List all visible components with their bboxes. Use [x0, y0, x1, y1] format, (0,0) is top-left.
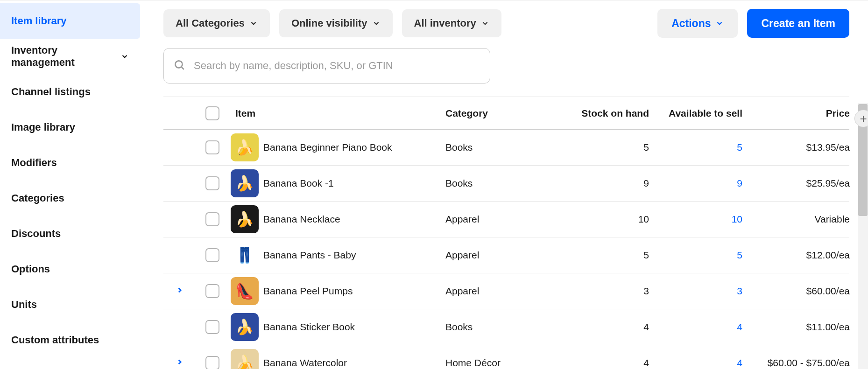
row-checkbox[interactable] [205, 248, 219, 262]
filter-label: All Categories [176, 17, 245, 29]
sidebar-item-discounts[interactable]: Discounts [0, 216, 140, 251]
stock-on-hand: 3 [565, 285, 658, 297]
row-checkbox[interactable] [205, 320, 219, 334]
sidebar-item-label: Discounts [11, 228, 61, 240]
search-input[interactable] [194, 60, 480, 72]
item-name: Banana Peel Pumps [261, 285, 444, 297]
chevron-down-icon [249, 19, 258, 28]
table-row[interactable]: 🍌Banana Beginner Piano BookBooks55$13.95… [163, 130, 849, 166]
available-to-sell[interactable]: 5 [658, 142, 752, 153]
item-price: Variable [752, 214, 854, 225]
item-thumbnail: 👖 [231, 241, 259, 269]
row-checkbox[interactable] [205, 140, 219, 154]
item-price: $60.00/ea [752, 285, 854, 297]
chevron-down-icon [715, 19, 724, 28]
item-category: Books [444, 142, 565, 153]
available-to-sell[interactable]: 4 [658, 321, 752, 333]
table-header-row: Item Category Stock on hand Available to… [163, 97, 849, 130]
stock-on-hand: 4 [565, 321, 658, 333]
search-icon [173, 59, 185, 73]
item-price: $60.00 - $75.00/ea [752, 357, 854, 369]
sidebar-item-custom-attributes[interactable]: Custom attributes [0, 322, 140, 358]
row-checkbox[interactable] [205, 356, 219, 369]
stock-on-hand: 9 [565, 178, 658, 189]
sidebar-item-label: Modifiers [11, 157, 57, 169]
sidebar-item-label: Inventory management [11, 44, 120, 69]
sidebar-item-units[interactable]: Units [0, 287, 140, 322]
item-price: $25.95/ea [752, 178, 854, 189]
chevron-down-icon [372, 19, 381, 28]
table-row[interactable]: 🍌Banana Sticker BookBooks44$11.00/ea [163, 309, 849, 345]
create-item-button[interactable]: Create an Item [747, 9, 849, 38]
table-row[interactable]: 🍌Banana WatercolorHome Décor44$60.00 - $… [163, 345, 849, 369]
table-row[interactable]: 🍌Banana NecklaceApparel1010Variable [163, 202, 849, 237]
item-name: Banana Necklace [261, 214, 444, 225]
chevron-down-icon [481, 19, 489, 28]
available-to-sell[interactable]: 4 [658, 357, 752, 369]
search-box[interactable] [163, 48, 490, 84]
sidebar-item-modifiers[interactable]: Modifiers [0, 145, 140, 181]
table-row[interactable]: 👠Banana Peel PumpsApparel33$60.00/ea [163, 273, 849, 309]
filter-visibility[interactable]: Online visibility [279, 9, 393, 37]
sidebar-item-label: Units [11, 299, 37, 311]
col-price[interactable]: Price [752, 108, 854, 119]
row-checkbox[interactable] [205, 176, 219, 190]
filter-inventory[interactable]: All inventory [402, 9, 501, 37]
actions-label: Actions [671, 17, 711, 30]
row-checkbox[interactable] [205, 284, 219, 298]
item-category: Apparel [444, 285, 565, 297]
item-category: Books [444, 178, 565, 189]
item-thumbnail: 🍌 [231, 205, 259, 233]
sidebar-item-categories[interactable]: Categories [0, 181, 140, 216]
col-available[interactable]: Available to sell [658, 108, 752, 119]
item-category: Books [444, 321, 565, 333]
plus-icon: + [860, 111, 867, 126]
expand-row-button[interactable] [176, 357, 184, 369]
col-category[interactable]: Category [444, 108, 565, 119]
row-checkbox[interactable] [205, 212, 219, 226]
item-thumbnail: 👠 [231, 277, 259, 305]
sidebar-item-label: Item library [11, 15, 67, 27]
available-to-sell[interactable]: 9 [658, 178, 752, 189]
item-price: $11.00/ea [752, 321, 854, 333]
expand-row-button[interactable] [176, 285, 184, 297]
table-row[interactable]: 🍌Banana Book -1Books99$25.95/ea [163, 166, 849, 202]
sidebar-item-inventory-management[interactable]: Inventory management [0, 39, 140, 74]
available-to-sell[interactable]: 3 [658, 285, 752, 297]
stock-on-hand: 5 [565, 250, 658, 261]
item-category: Apparel [444, 214, 565, 225]
sidebar-item-options[interactable]: Options [0, 251, 140, 287]
filter-label: Online visibility [291, 17, 367, 29]
item-name: Banana Book -1 [261, 178, 444, 189]
stock-on-hand: 10 [565, 214, 658, 225]
sidebar-item-settings[interactable]: Settings [0, 358, 140, 369]
sidebar-item-image-library[interactable]: Image library [0, 110, 140, 145]
available-to-sell[interactable]: 10 [658, 214, 752, 225]
svg-point-0 [175, 61, 182, 68]
sidebar-item-label: Categories [11, 192, 64, 204]
chevron-down-icon [120, 52, 129, 61]
filter-label: All inventory [414, 17, 476, 29]
item-price: $13.95/ea [752, 142, 854, 153]
add-column-button[interactable]: + [854, 110, 868, 127]
sidebar-item-channel-listings[interactable]: Channel listings [0, 74, 140, 110]
item-thumbnail: 🍌 [231, 349, 259, 369]
item-name: Banana Beginner Piano Book [261, 142, 444, 153]
item-category: Home Décor [444, 357, 565, 369]
filter-categories[interactable]: All Categories [163, 9, 270, 37]
toolbar: All Categories Online visibility All inv… [163, 9, 849, 38]
sidebar-item-item-library[interactable]: Item library [0, 3, 140, 39]
col-stock[interactable]: Stock on hand [565, 108, 658, 119]
svg-line-1 [182, 67, 184, 70]
available-to-sell[interactable]: 5 [658, 250, 752, 261]
actions-button[interactable]: Actions [657, 9, 738, 38]
item-name: Banana Watercolor [261, 357, 444, 369]
col-item[interactable]: Item [233, 108, 444, 119]
main-content: All Categories Online visibility All inv… [140, 0, 868, 369]
sidebar-item-label: Options [11, 263, 50, 275]
sidebar-item-label: Channel listings [11, 86, 91, 98]
stock-on-hand: 5 [565, 142, 658, 153]
table-row[interactable]: 👖Banana Pants - BabyApparel55$12.00/ea [163, 237, 849, 273]
sidebar: Item libraryInventory managementChannel … [0, 0, 140, 369]
select-all-checkbox[interactable] [205, 106, 219, 120]
